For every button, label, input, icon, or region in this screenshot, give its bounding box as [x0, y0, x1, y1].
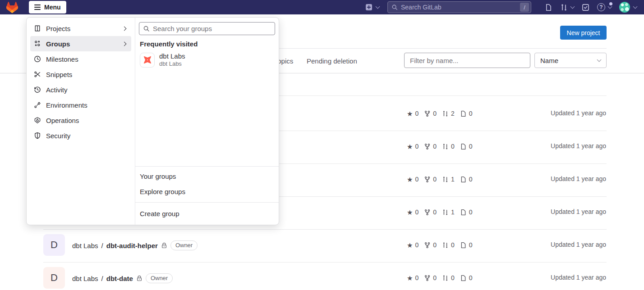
issues-button[interactable] — [545, 4, 552, 11]
path-separator: / — [101, 242, 103, 249]
project-avatar[interactable]: D — [43, 267, 65, 289]
issues-stat[interactable]: 0 — [460, 241, 473, 249]
forks-count: 0 — [433, 176, 437, 183]
merge-request-icon — [442, 242, 449, 249]
sort-dropdown[interactable]: Name — [534, 53, 607, 68]
menu-item-label: Snippets — [46, 71, 72, 78]
gitlab-logo[interactable] — [6, 2, 18, 13]
stars-stat[interactable]: ★0 — [407, 110, 419, 117]
stars-stat[interactable]: ★0 — [407, 208, 419, 216]
group-subtitle: dbt Labs — [159, 60, 185, 68]
merge-request-icon — [560, 4, 568, 11]
project-namespace-link[interactable]: dbt Labs — [72, 275, 98, 282]
groups-flyout-column: Frequently visited dbt Labs dbt Labs You… — [135, 18, 279, 225]
chevron-down-icon — [570, 4, 575, 9]
project-icon — [34, 25, 41, 32]
issues-stat[interactable]: 0 — [460, 143, 473, 150]
stars-count: 0 — [415, 241, 419, 249]
merge-requests-stat[interactable]: 0 — [442, 241, 455, 249]
help-button[interactable]: ? — [597, 3, 612, 11]
forks-stat[interactable]: 0 — [424, 208, 437, 216]
stars-stat[interactable]: ★0 — [407, 176, 419, 183]
groups-search-input[interactable] — [153, 25, 271, 32]
star-icon: ★ — [407, 110, 413, 117]
stars-stat[interactable]: ★0 — [407, 241, 419, 249]
forks-stat[interactable]: 0 — [424, 110, 437, 117]
star-icon: ★ — [407, 143, 413, 150]
explore-groups-link[interactable]: Explore groups — [140, 187, 185, 196]
project-name-link[interactable]: dbt-date — [106, 275, 133, 282]
issues-count: 0 — [469, 274, 473, 281]
project-namespace-link[interactable]: dbt Labs — [72, 242, 98, 249]
search-icon — [391, 4, 398, 10]
merge-requests-stat[interactable]: 1 — [442, 176, 455, 183]
filter-by-name-input[interactable] — [404, 53, 530, 68]
project-title: dbt Labs / dbt-date Owner — [72, 273, 173, 283]
menu-item-snippets[interactable]: Snippets — [30, 67, 131, 82]
stars-stat[interactable]: ★0 — [407, 143, 419, 150]
project-stats: ★0 0 0 0 — [407, 240, 473, 249]
chevron-down-icon — [633, 4, 638, 9]
issues-stat[interactable]: 0 — [460, 274, 473, 281]
merge-requests-stat[interactable]: 2 — [442, 110, 455, 117]
forks-stat[interactable]: 0 — [424, 274, 437, 281]
forks-stat[interactable]: 0 — [424, 143, 437, 150]
issues-stat[interactable]: 0 — [460, 176, 473, 183]
menu-button[interactable]: Menu — [29, 1, 66, 14]
stars-count: 0 — [415, 110, 419, 117]
global-search[interactable]: / — [387, 1, 531, 13]
menu-button-label: Menu — [44, 4, 61, 11]
groups-search[interactable] — [139, 22, 275, 35]
new-menu-button[interactable] — [365, 4, 379, 11]
star-icon: ★ — [407, 209, 413, 216]
plus-square-icon — [365, 4, 373, 11]
stars-count: 0 — [415, 176, 419, 183]
forks-stat[interactable]: 0 — [424, 241, 437, 249]
merge-requests-stat[interactable]: 0 — [442, 274, 455, 281]
merge-requests-stat[interactable]: 0 — [442, 143, 455, 150]
frequent-group-dbt-labs[interactable]: dbt Labs dbt Labs — [140, 52, 185, 68]
private-lock-icon — [161, 242, 167, 249]
star-icon: ★ — [407, 275, 413, 281]
issues-stat[interactable]: 0 — [460, 208, 473, 216]
row-divider — [43, 262, 607, 263]
environment-icon — [34, 101, 41, 109]
forks-stat[interactable]: 0 — [424, 176, 437, 183]
gitlab-app: Menu / — [0, 0, 644, 290]
todos-button[interactable] — [582, 4, 589, 11]
your-groups-link[interactable]: Your groups — [140, 172, 176, 181]
merge-requests-count: 2 — [451, 110, 455, 117]
stars-count: 0 — [415, 274, 419, 281]
project-title: dbt Labs / dbt-audit-helper Owner — [72, 240, 198, 250]
menu-item-milestones[interactable]: Milestones — [30, 51, 131, 67]
issues-icon — [545, 4, 552, 11]
create-group-link[interactable]: Create group — [140, 209, 179, 218]
menu-item-groups[interactable]: Groups — [30, 36, 131, 51]
tab-pending-deletion[interactable]: Pending deletion — [307, 49, 357, 73]
menu-item-projects[interactable]: Projects — [30, 21, 131, 36]
new-project-button[interactable]: New project — [560, 26, 607, 40]
menu-item-operations[interactable]: Operations — [30, 113, 131, 128]
global-search-input[interactable] — [401, 4, 517, 11]
chevron-right-icon — [122, 26, 127, 31]
merge-requests-stat[interactable]: 1 — [442, 208, 455, 216]
menu-item-activity[interactable]: Activity — [30, 82, 131, 97]
stars-stat[interactable]: ★0 — [407, 274, 419, 281]
project-avatar[interactable]: D — [43, 234, 65, 256]
top-navbar: Menu / — [0, 0, 644, 14]
merge-request-icon — [442, 176, 449, 183]
menu-item-security[interactable]: Security — [30, 128, 131, 143]
merge-request-icon — [442, 275, 449, 281]
path-separator: / — [101, 275, 103, 282]
search-icon — [143, 25, 150, 32]
menu-item-label: Milestones — [46, 55, 78, 63]
merge-requests-button[interactable] — [560, 4, 574, 11]
project-name-link[interactable]: dbt-audit-helper — [106, 242, 158, 249]
issues-stat[interactable]: 0 — [460, 110, 473, 117]
user-menu-button[interactable] — [619, 2, 637, 13]
issues-count: 0 — [469, 110, 473, 117]
panel-divider — [135, 202, 279, 203]
merge-request-icon — [442, 209, 449, 216]
merge-request-icon — [442, 143, 449, 150]
menu-item-environments[interactable]: Environments — [30, 97, 131, 113]
